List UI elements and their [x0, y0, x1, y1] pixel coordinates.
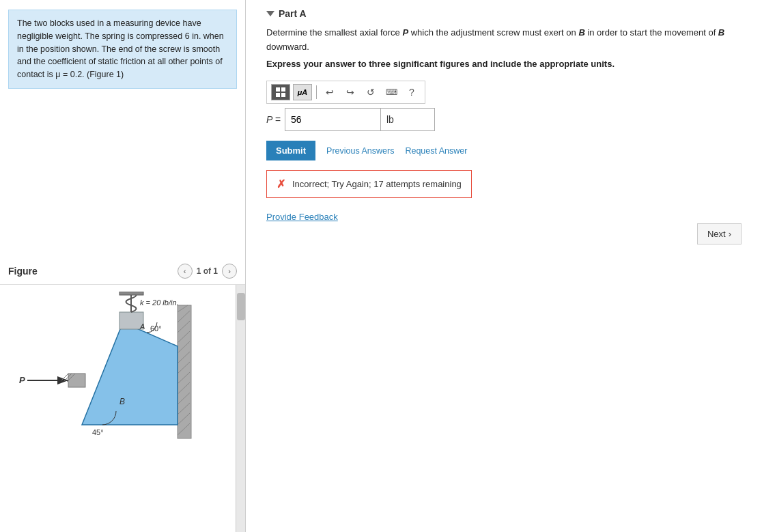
next-chevron-icon: › [729, 229, 731, 239]
undo-button[interactable]: ↩ [321, 84, 339, 100]
svg-rect-18 [119, 292, 143, 295]
toolbar-separator [316, 85, 317, 99]
question-line1: Determine the smallest axial force P whi… [266, 26, 742, 55]
mu-button[interactable]: μA [293, 84, 312, 100]
answer-input[interactable] [285, 108, 380, 131]
svg-text:45°: 45° [92, 428, 104, 436]
svg-rect-34 [281, 93, 285, 97]
formula-toolbar: μA ↩ ↪ ↺ ⌨ ? [266, 81, 425, 104]
figure-label: Figure [8, 266, 38, 277]
answer-row: P = lb [266, 108, 742, 131]
triangle-icon [266, 11, 274, 16]
refresh-button[interactable]: ↺ [362, 84, 380, 100]
figure-prev-button[interactable]: ‹ [178, 264, 193, 279]
request-answer-link[interactable]: Request Answer [405, 146, 467, 156]
buttons-row: Submit Previous Answers Request Answer [266, 141, 742, 160]
keyboard-button[interactable]: ⌨ [382, 84, 400, 100]
svg-text:k = 20 lb/in.: k = 20 lb/in. [140, 298, 179, 307]
grid-icon [276, 87, 285, 97]
answer-label: P = [266, 114, 281, 125]
part-label: Part A [279, 8, 307, 19]
svg-rect-33 [276, 93, 280, 97]
figure-next-button[interactable]: › [222, 264, 237, 279]
figure-svg-container: k = 20 lb/in. P A 60° B 45° [0, 285, 236, 451]
figure-svg: k = 20 lb/in. P A 60° B 45° [14, 292, 212, 442]
previous-answers-link[interactable]: Previous Answers [326, 146, 394, 156]
svg-text:B: B [119, 397, 125, 406]
figure-header: Figure ‹ 1 of 1 › [0, 258, 245, 284]
svg-text:A: A [139, 322, 145, 331]
svg-text:P: P [19, 375, 25, 385]
provide-feedback-link[interactable]: Provide Feedback [266, 212, 742, 222]
next-button-container: Next › [697, 223, 742, 244]
problem-text: The two blocks used in a measuring devic… [8, 10, 237, 89]
part-header: Part A [266, 0, 742, 26]
figure-area: k = 20 lb/in. P A 60° B 45° [0, 284, 245, 532]
error-box: ✗ Incorrect; Try Again; 17 attempts rema… [266, 170, 472, 198]
answer-unit: lb [380, 108, 435, 131]
question-line2: Express your answer to three significant… [266, 57, 742, 72]
figure-page: 1 of 1 [197, 266, 218, 276]
grid-button[interactable] [271, 84, 290, 100]
question-text: Determine the smallest axial force P whi… [266, 26, 742, 71]
scroll-thumb [237, 293, 245, 320]
error-icon: ✗ [277, 178, 285, 191]
figure-nav: ‹ 1 of 1 › [178, 264, 237, 279]
submit-button[interactable]: Submit [266, 141, 315, 160]
error-text: Incorrect; Try Again; 17 attempts remain… [292, 179, 462, 189]
svg-rect-32 [281, 87, 285, 92]
help-button[interactable]: ? [403, 84, 421, 100]
next-button[interactable]: Next › [697, 223, 742, 244]
svg-line-23 [61, 374, 68, 380]
redo-button[interactable]: ↪ [341, 84, 359, 100]
scroll-bar[interactable] [236, 285, 245, 532]
svg-rect-22 [68, 374, 85, 387]
svg-marker-14 [82, 322, 178, 425]
right-panel: Part A Determine the smallest axial forc… [246, 0, 762, 532]
svg-rect-31 [276, 87, 280, 92]
left-panel: The two blocks used in a measuring devic… [0, 0, 246, 532]
